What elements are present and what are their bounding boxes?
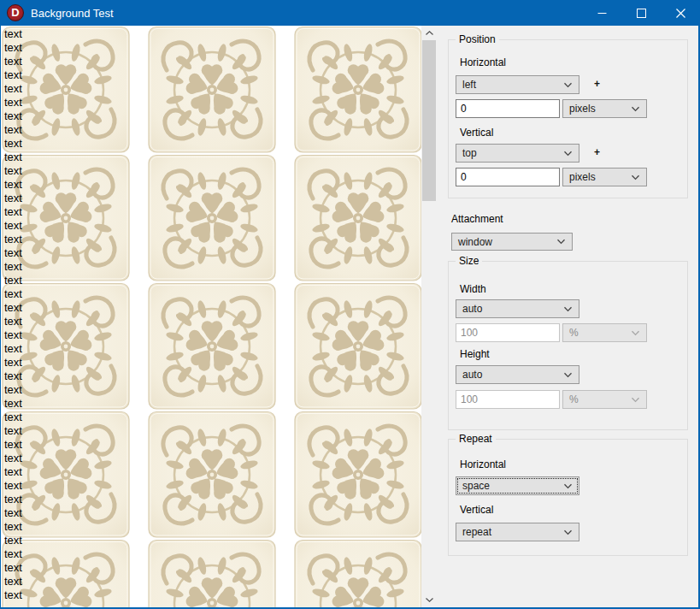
overlay-text-item: text [4,27,22,41]
repeat-group-legend: Repeat [456,433,496,445]
overlay-text-item: text [4,192,22,205]
tile-column [148,26,276,607]
settings-panel: Position Horizontal left + pixels Vertic… [437,26,698,607]
overlay-text-list: texttexttexttexttexttexttexttexttexttext… [4,27,22,602]
combobox-value: space [462,480,490,492]
combobox-value: pixels [569,103,596,115]
scroll-down-button[interactable] [421,593,437,607]
overlay-text-item: text [4,438,22,452]
chevron-down-icon [563,483,573,489]
overlay-text-item: text [4,164,22,178]
size-height-value-input [456,390,560,409]
overlay-text-item: text [4,588,22,602]
overlay-text-item: text [4,397,22,411]
overlay-text-item: text [4,575,22,588]
maximize-button[interactable] [621,0,661,26]
position-vertical-plus: + [594,146,600,158]
pattern-tile [148,154,276,282]
size-height-unit-combobox: % [562,390,647,409]
chevron-down-icon [563,82,573,88]
size-width-value-input [456,323,560,342]
overlay-text-item: text [4,328,22,342]
overlay-text-item: text [4,96,22,109]
combobox-value: repeat [462,526,491,538]
combobox-value: % [569,393,579,405]
overlay-text-item: text [4,452,22,465]
repeat-vertical-label: Vertical [460,504,493,516]
overlay-text-item: text [4,411,22,424]
size-height-label: Height [460,348,490,360]
overlay-text-item: text [4,274,22,287]
chevron-down-icon [563,372,573,378]
attachment-combobox[interactable]: window [451,233,573,251]
position-horizontal-label: Horizontal [460,56,506,68]
app-icon: D [7,4,24,21]
size-width-label: Width [460,283,486,295]
position-horizontal-combobox[interactable]: left [456,75,579,94]
overlay-text-item: text [4,137,22,151]
position-horizontal-plus: + [594,78,600,90]
pattern-tile [294,539,421,607]
chevron-up-icon [426,31,433,35]
position-group-legend: Position [456,33,499,45]
overlay-text-item: text [4,561,22,575]
overlay-text-item: text [4,547,22,561]
chevron-down-icon [426,598,433,602]
overlay-text-item: text [4,151,22,164]
position-horizontal-offset-input[interactable] [456,99,560,118]
pattern-tile [148,282,276,411]
pattern-tile [294,411,421,539]
size-width-mode-combobox[interactable]: auto [456,299,579,318]
overlay-text-item: text [4,520,22,534]
pattern-tile [148,411,276,539]
overlay-text-item: text [4,109,22,123]
overlay-text-item: text [4,233,22,246]
overlay-text-item: text [4,219,22,233]
window-title: Background Test [31,7,114,20]
chevron-down-icon [556,239,566,245]
overlay-text-item: text [4,260,22,274]
size-group-legend: Size [456,255,482,267]
minimize-button[interactable] [582,0,621,26]
close-button[interactable] [661,0,700,26]
combobox-value: window [458,236,492,248]
overlay-text-item: text [4,506,22,520]
app-window: D Background Test texttexttexttexttextte… [0,0,700,609]
scrollbar-thumb[interactable] [422,40,436,201]
overlay-text-item: text [4,178,22,192]
position-vertical-offset-input[interactable] [456,168,560,186]
position-vertical-unit-combobox[interactable]: pixels [562,168,647,186]
repeat-horizontal-combobox[interactable]: space [456,476,579,495]
chevron-down-icon [631,174,640,180]
chevron-down-icon [563,151,573,157]
overlay-text-item: text [4,342,22,356]
chevron-down-icon [563,306,573,312]
position-horizontal-unit-combobox[interactable]: pixels [562,99,647,118]
chevron-down-icon [563,529,573,535]
overlay-text-item: text [4,534,22,547]
pattern-tile [148,539,276,607]
scroll-up-button[interactable] [421,26,437,40]
overlay-text-item: text [4,493,22,506]
combobox-value: % [569,327,579,339]
minimize-icon [597,9,607,18]
background-preview-panel: texttexttexttexttexttexttexttexttexttext… [1,26,421,607]
size-height-mode-combobox[interactable]: auto [456,365,579,384]
titlebar: D Background Test [0,0,700,26]
overlay-text-item: text [4,55,22,68]
repeat-vertical-combobox[interactable]: repeat [456,523,579,541]
overlay-text-item: text [4,356,22,370]
overlay-text-item: text [4,383,22,397]
overlay-text-item: text [4,465,22,479]
combobox-value: auto [462,303,482,315]
combobox-value: auto [462,369,482,381]
overlay-text-item: text [4,315,22,328]
position-vertical-combobox[interactable]: top [456,144,579,163]
chevron-down-icon [631,330,640,336]
attachment-label: Attachment [451,213,503,225]
overlay-text-item: text [4,41,22,55]
size-width-unit-combobox: % [562,323,647,342]
close-icon [676,9,685,18]
vertical-scrollbar[interactable] [421,26,437,607]
caption-buttons [582,0,700,26]
